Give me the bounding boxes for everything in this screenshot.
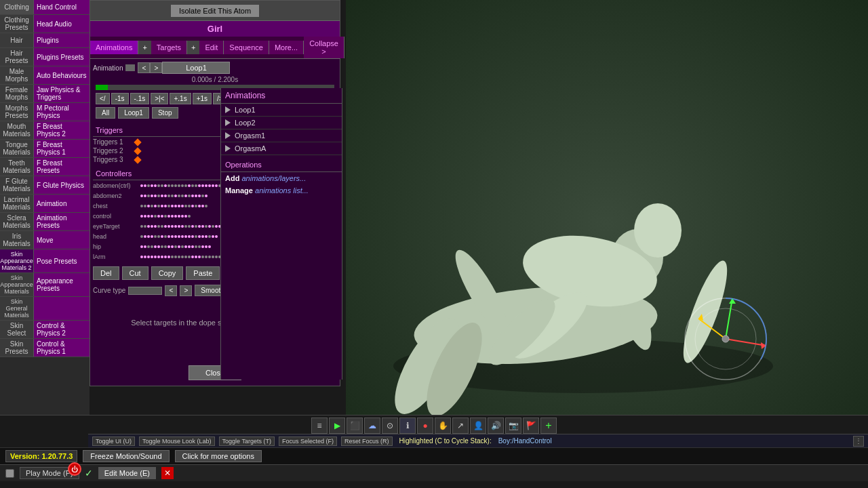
sidebar-left-lacrimal[interactable]: Lacrimal Materials — [0, 195, 34, 212]
person-icon[interactable]: 👤 — [470, 418, 486, 434]
play-icon[interactable]: ▶ — [329, 418, 345, 434]
sidebar-left-morphs-presets[interactable]: Morphs Presets — [0, 103, 34, 121]
reset-focus-button[interactable]: Reset Focus (R) — [341, 436, 393, 446]
del-button[interactable]: Del — [93, 266, 119, 280]
info-icon[interactable]: ℹ — [399, 418, 416, 434]
tab-more[interactable]: More... — [269, 41, 304, 54]
pb-snap[interactable]: >|< — [151, 93, 168, 104]
sidebar-left-hair[interactable]: Hair — [0, 33, 34, 47]
pb-plus-01s[interactable]: +.1s — [170, 93, 191, 104]
sidebar-item-female-morphs[interactable]: Female Morphs Jaw Physics & Triggers — [0, 85, 90, 103]
sidebar-item-iris[interactable]: Iris Materials Move — [0, 231, 90, 249]
sidebar-item-male-morphs[interactable]: Male Morphs Auto Behaviours — [0, 66, 90, 85]
sidebar-left-clothing-presets[interactable]: Clothing Presets — [0, 15, 34, 33]
sidebar-left-skin-appearance-2[interactable]: Skin Appearance Materials 2 — [0, 249, 34, 272]
animation-name-input[interactable] — [162, 62, 230, 74]
sidebar-item-f-glute-materials[interactable]: F Glute Materials F Glute Physics — [0, 176, 90, 195]
trigger-diamond-3[interactable] — [134, 156, 141, 163]
sidebar-item-teeth-materials[interactable]: Teeth Materials F Breast Presets — [0, 158, 90, 176]
sidebar-left-f-glute-materials[interactable]: F Glute Materials — [0, 176, 34, 194]
sidebar-right-plugins[interactable]: Plugins — [34, 33, 90, 47]
sidebar-left-male-morphs[interactable]: Male Morphs — [0, 66, 34, 84]
toggle-mouse-button[interactable]: Toggle Mouse Look (Lab) — [139, 436, 215, 446]
pb-begin[interactable]: </ — [96, 93, 110, 104]
curve-next[interactable]: > — [180, 285, 192, 296]
sidebar-left-iris[interactable]: Iris Materials — [0, 231, 34, 249]
curve-slider[interactable] — [128, 287, 162, 295]
tab-collapse[interactable]: Collapse > — [304, 37, 344, 58]
sidebar-right-general[interactable] — [34, 297, 90, 320]
sidebar-item-hair[interactable]: Hair Plugins — [0, 33, 90, 48]
tab-plus-1[interactable]: + — [138, 41, 151, 54]
sidebar-right-jaw-physics[interactable]: Jaw Physics & Triggers — [34, 85, 90, 102]
tab-edit[interactable]: Edit — [199, 41, 224, 54]
arrow-icon[interactable]: ↗ — [452, 418, 469, 434]
sidebar-right-hand-control[interactable]: Hand Control — [34, 0, 90, 14]
sidebar-right-control-physics-2[interactable]: Control & Physics 2 — [34, 321, 90, 338]
pb-plus-1s[interactable]: +1s — [193, 93, 212, 104]
sidebar-left-skin-appearance[interactable]: Skin Appearance Materials — [0, 273, 34, 296]
sidebar-right-f-glute-physics[interactable]: F Glute Physics — [34, 176, 90, 194]
hand-icon[interactable]: ✋ — [435, 418, 451, 434]
mode-close-button[interactable]: ✕ — [161, 467, 174, 479]
sidebar-item-sclera[interactable]: Sclera Materials Animation Presets — [0, 213, 90, 231]
sidebar-right-pose-presets[interactable]: Pose Presets — [34, 249, 90, 272]
sidebar-left-sclera[interactable]: Sclera Materials — [0, 213, 34, 230]
sidebar-item-morphs-presets[interactable]: Morphs Presets M Pectoral Physics — [0, 103, 90, 121]
anim-next-button[interactable]: > — [150, 62, 162, 73]
sidebar-left-mouth-materials[interactable]: Mouth Materials — [0, 121, 34, 139]
sidebar-left-skin-presets[interactable]: Skin Presets — [0, 339, 34, 357]
sidebar-item-clothing[interactable]: Clothing Hand Control — [0, 0, 90, 15]
trigger-diamond-2[interactable] — [134, 147, 141, 155]
camera-icon[interactable]: 📷 — [505, 418, 521, 434]
sidebar-item-skin-presets[interactable]: Skin Presets Control & Physics 1 — [0, 339, 90, 357]
sidebar-item-hair-presets[interactable]: Hair Presets Plugins Presets — [0, 48, 90, 66]
sidebar-right-animation[interactable]: Animation — [34, 195, 90, 212]
sidebar-right-head-audio[interactable]: Head Audio — [34, 15, 90, 33]
all-button[interactable]: All — [96, 107, 115, 119]
sidebar-left-skin-select[interactable]: Skin Select — [0, 321, 34, 338]
cut-button[interactable]: Cut — [122, 266, 149, 280]
sidebar-item-clothing-presets[interactable]: Clothing Presets Head Audio — [0, 15, 90, 33]
sidebar-right-f-breast-physics-2[interactable]: F Breast Physics 2 — [34, 121, 90, 139]
flag-icon[interactable]: 🚩 — [523, 418, 539, 434]
sidebar-item-mouth-materials[interactable]: Mouth Materials F Breast Physics 2 — [0, 121, 90, 140]
copy-button[interactable]: Copy — [151, 266, 184, 280]
sidebar-left-teeth-materials[interactable]: Teeth Materials — [0, 158, 34, 176]
anim-prev-button[interactable]: < — [138, 62, 150, 73]
tab-animations[interactable]: Animations — [90, 41, 138, 54]
sidebar-left-female-morphs[interactable]: Female Morphs — [0, 85, 34, 102]
sidebar-item-skin-general[interactable]: Skin General Materials — [0, 297, 90, 321]
scene-icon[interactable]: ⊙ — [382, 418, 398, 434]
tab-plus-2[interactable]: + — [187, 41, 199, 54]
tab-sequence[interactable]: Sequence — [224, 41, 269, 54]
pb-minus-1s[interactable]: -1s — [111, 93, 129, 104]
isolate-edit-button[interactable]: Isolate Edit This Atom — [171, 5, 259, 17]
sidebar-left-clothing[interactable]: Clothing — [0, 0, 34, 14]
sidebar-left-tongue-materials[interactable]: Tongue Materials — [0, 140, 34, 157]
sidebar-right-control-physics-1[interactable]: Control & Physics 1 — [34, 339, 90, 357]
record-icon[interactable]: ● — [417, 418, 433, 434]
edit-mode-label[interactable]: Edit Mode (E) — [98, 467, 156, 479]
stop-button[interactable]: Stop — [152, 107, 178, 119]
freeze-motion-button[interactable]: Freeze Motion/Sound — [83, 450, 169, 462]
menu-icon[interactable]: ≡ — [311, 418, 328, 434]
cloud-icon[interactable]: ☁ — [364, 418, 380, 434]
sidebar-left-hair-presets[interactable]: Hair Presets — [0, 48, 34, 66]
toggle-ui-button[interactable]: Toggle UI (U) — [92, 436, 135, 446]
anim-item-orgasm1[interactable]: Orgasm1 — [221, 129, 342, 142]
sidebar-item-tongue-materials[interactable]: Tongue Materials F Breast Physics 1 — [0, 140, 90, 158]
sidebar-item-skin-appearance[interactable]: Skin Appearance Materials Appearance Pre… — [0, 273, 90, 297]
more-options-button[interactable]: Click for more options — [175, 450, 262, 462]
add-animations-button[interactable]: Add animations/layers... — [221, 172, 342, 184]
loop1-button[interactable]: Loop1 — [118, 107, 149, 119]
play-mode-checkbox[interactable] — [5, 469, 14, 478]
sidebar-right-move[interactable]: Move — [34, 231, 90, 249]
sidebar-right-m-pectoral[interactable]: M Pectoral Physics — [34, 103, 90, 121]
tab-targets[interactable]: Targets — [151, 41, 187, 54]
anim-item-orgasma[interactable]: OrgasmA — [221, 142, 342, 155]
anim-item-loop2[interactable]: Loop2 — [221, 117, 342, 129]
trigger-diamond-1[interactable] — [134, 138, 141, 146]
sidebar-item-lacrimal[interactable]: Lacrimal Materials Animation — [0, 195, 90, 213]
curve-prev[interactable]: < — [165, 285, 177, 296]
